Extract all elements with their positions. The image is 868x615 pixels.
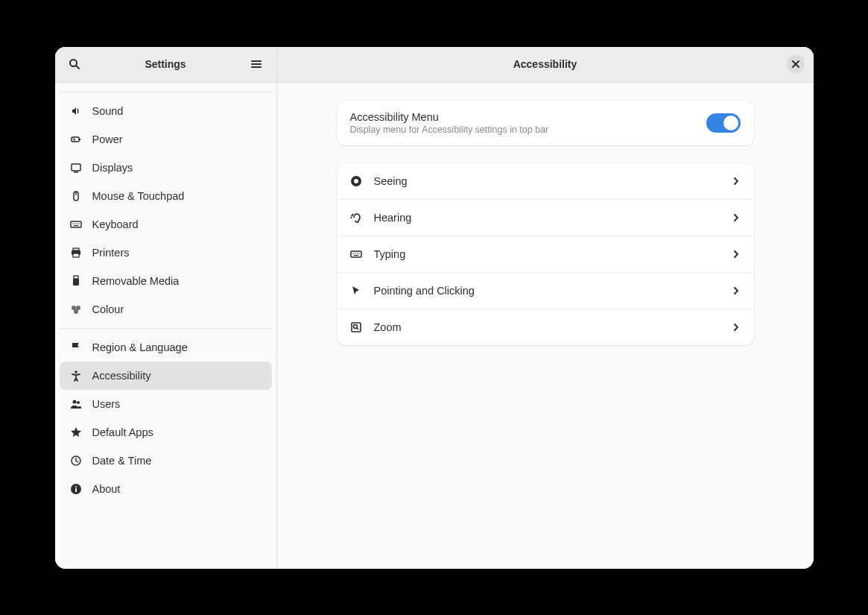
sidebar-divider [60,328,272,329]
sidebar-item-power[interactable]: Power [60,125,272,154]
svg-rect-6 [79,139,80,140]
mouse-icon [70,190,82,202]
display-icon [70,162,82,174]
sidebar-item-displays[interactable]: Displays [60,154,272,182]
svg-rect-31 [75,488,77,492]
accessibility-menu-row: Accessibility Menu Display menu for Acce… [337,101,754,145]
category-label: Seeing [374,175,408,187]
sidebar-item-users[interactable]: Users [60,390,272,418]
main-content: Accessibility Menu Display menu for Acce… [277,83,814,569]
star-icon [70,426,82,438]
svg-point-39 [357,253,358,253]
sidebar-list: Sound Power Displays Mouse & Touchpad Ke… [55,83,276,569]
flag-icon [70,341,82,353]
chevron-right-icon [732,177,741,186]
page-title: Accessibility [513,58,577,70]
svg-point-43 [353,324,357,328]
sidebar-item-label: Printers [92,247,130,259]
sidebar-item-label: About [92,483,121,495]
sidebar-item-accessibility[interactable]: Accessibility [60,362,272,390]
eye-icon [350,175,362,187]
search-icon [69,58,80,70]
svg-point-12 [72,223,73,224]
sidebar-title: Settings [145,58,186,70]
category-hearing[interactable]: Hearing [337,199,754,236]
sidebar-item-label: Default Apps [92,426,153,438]
sidebar-item-region[interactable]: Region & Language [60,333,272,362]
svg-rect-19 [73,253,79,257]
sidebar-item-label: Sound [92,105,124,117]
search-button[interactable] [66,55,83,73]
svg-point-38 [355,253,355,253]
category-typing[interactable]: Typing [337,236,754,272]
sidebar-item-label: Power [92,133,123,145]
toggle-labels: Accessibility Menu Display menu for Acce… [350,111,549,135]
toggle-knob [723,116,738,130]
svg-rect-11 [71,221,81,227]
accessibility-icon [70,370,82,382]
accessibility-menu-toggle[interactable] [706,113,741,133]
category-zoom[interactable]: Zoom [337,309,754,345]
accessibility-menu-card: Accessibility Menu Display menu for Acce… [337,101,754,145]
svg-point-14 [77,223,77,224]
close-button[interactable] [787,55,805,73]
svg-point-35 [354,179,358,183]
sidebar-item-label: Removable Media [92,275,180,287]
settings-window: Settings Sound Power Displays [55,47,814,569]
svg-point-22 [72,306,76,310]
chevron-right-icon [732,250,741,259]
usb-icon [70,275,82,287]
menu-button[interactable] [247,55,265,73]
sidebar-item-printers[interactable]: Printers [60,239,272,267]
svg-rect-16 [74,225,78,226]
svg-point-40 [358,253,359,253]
users-icon [70,398,82,410]
ear-icon [350,212,362,224]
cursor-icon [350,285,362,297]
sidebar-item-label: Date & Time [92,455,152,467]
main-header: Accessibility [277,47,814,83]
svg-point-13 [75,223,75,224]
sidebar-item-mouse[interactable]: Mouse & Touchpad [60,182,272,210]
category-pointing[interactable]: Pointing and Clicking [337,272,754,309]
printer-icon [70,247,82,259]
svg-point-23 [76,306,80,310]
chevron-right-icon [732,286,741,295]
speaker-icon [70,105,82,117]
sidebar-item-default-apps[interactable]: Default Apps [60,418,272,447]
svg-rect-20 [74,276,78,279]
svg-rect-21 [73,279,79,286]
sidebar-item-removable-media[interactable]: Removable Media [60,267,272,295]
svg-point-15 [78,223,79,224]
sidebar-item-keyboard[interactable]: Keyboard [60,210,272,239]
zoom-icon [350,321,362,333]
categories-card: Seeing Hearing Typing [337,163,754,345]
sidebar-item-label: Displays [92,162,133,174]
category-label: Typing [374,248,406,260]
svg-point-37 [352,253,353,253]
sidebar: Settings Sound Power Displays [55,47,277,569]
info-icon [70,483,82,495]
colour-icon [70,303,82,315]
sidebar-header: Settings [55,47,276,83]
clock-icon [70,455,82,467]
toggle-title: Accessibility Menu [350,111,549,123]
category-label: Hearing [374,212,412,224]
chevron-right-icon [732,323,741,332]
sidebar-item-about[interactable]: About [60,475,272,503]
category-label: Zoom [374,321,402,333]
sidebar-item-sound[interactable]: Sound [60,97,272,125]
svg-line-44 [357,328,358,329]
chevron-right-icon [732,213,741,222]
svg-point-27 [77,401,80,404]
keyboard-icon [70,218,82,230]
svg-line-1 [76,66,79,69]
svg-rect-36 [351,251,361,257]
close-icon [792,60,799,68]
svg-rect-42 [352,323,361,332]
sidebar-item-date-time[interactable]: Date & Time [60,447,272,475]
category-seeing[interactable]: Seeing [337,163,754,199]
sidebar-item-colour[interactable]: Colour [60,295,272,324]
hamburger-icon [250,58,262,70]
sidebar-item-label: Colour [92,303,124,315]
